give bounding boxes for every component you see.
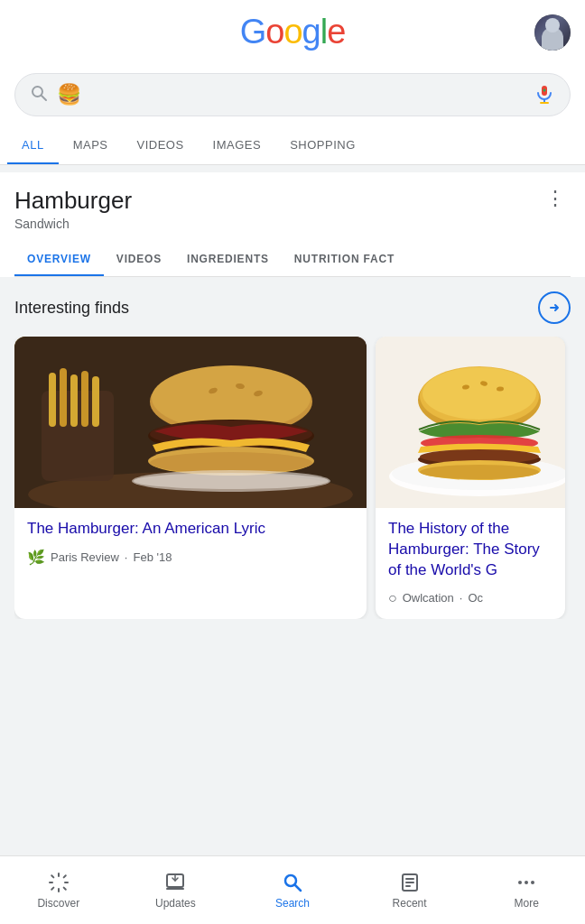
- kp-tab-overview[interactable]: OVERVIEW: [14, 244, 104, 277]
- card-2-source-icon: ○: [388, 590, 397, 606]
- interesting-finds-arrow-button[interactable]: [538, 291, 571, 324]
- cards-row: The Hamburger: An American Lyric 🌿 Paris…: [14, 337, 571, 619]
- card-1-image: [14, 337, 367, 508]
- interesting-finds-title: Interesting finds: [14, 299, 129, 318]
- svg-line-44: [63, 887, 65, 889]
- search-bar[interactable]: 🍔: [14, 73, 571, 116]
- nav-label-more: More: [515, 897, 539, 910]
- tab-images[interactable]: IMAGES: [199, 127, 276, 165]
- svg-point-24: [134, 473, 329, 489]
- header: Google: [0, 0, 585, 64]
- filter-tabs: ALL MAPS VIDEOS IMAGES SHOPPING: [0, 127, 585, 165]
- svg-line-45: [63, 875, 65, 877]
- card-2-separator: ·: [460, 591, 463, 605]
- more-icon: [515, 872, 537, 893]
- card-2-content: The History of the Hamburger: The Story …: [376, 508, 565, 619]
- svg-point-5: [543, 89, 546, 92]
- nav-item-updates[interactable]: Updates: [117, 856, 235, 924]
- card-1-content: The Hamburger: An American Lyric 🌿 Paris…: [14, 508, 367, 578]
- interesting-finds-header: Interesting finds: [14, 291, 571, 324]
- card-2-title[interactable]: The History of the Hamburger: The Story …: [388, 519, 552, 581]
- kp-tabs: OVERVIEW VIDEOS INGREDIENTS NUTRITION FA…: [14, 244, 571, 277]
- svg-line-1: [42, 96, 46, 100]
- svg-line-46: [51, 887, 53, 889]
- kp-tab-nutrition[interactable]: NUTRITION FACT: [282, 244, 407, 277]
- tab-maps[interactable]: MAPS: [59, 127, 123, 165]
- nav-label-search: Search: [275, 897, 310, 910]
- tab-all[interactable]: ALL: [7, 127, 59, 165]
- nav-item-discover[interactable]: Discover: [0, 856, 117, 924]
- tab-videos[interactable]: VIDEOS: [122, 127, 198, 165]
- avatar[interactable]: [534, 14, 571, 51]
- card-2[interactable]: The History of the Hamburger: The Story …: [376, 337, 565, 619]
- discover-icon: [48, 872, 70, 893]
- svg-rect-55: [405, 885, 411, 887]
- card-1[interactable]: The Hamburger: An American Lyric 🌿 Paris…: [14, 337, 367, 619]
- svg-rect-9: [49, 373, 56, 427]
- knowledge-panel: Hamburger Sandwich ⋮ OVERVIEW VIDEOS ING…: [0, 172, 585, 277]
- kp-more-button[interactable]: ⋮: [540, 187, 571, 210]
- svg-point-56: [518, 881, 522, 884]
- kp-tab-videos[interactable]: VIDEOS: [104, 244, 174, 277]
- nav-label-updates: Updates: [155, 897, 196, 910]
- svg-point-58: [531, 881, 534, 884]
- nav-label-recent: Recent: [393, 897, 427, 910]
- nav-item-more[interactable]: More: [468, 856, 585, 924]
- search-bar-container: 🍔: [0, 64, 585, 127]
- svg-rect-12: [81, 371, 88, 427]
- interesting-finds-section: Interesting finds: [0, 277, 585, 626]
- card-2-source: ○ Owlcation · Oc: [388, 590, 552, 606]
- svg-point-57: [525, 881, 528, 884]
- card-2-source-name: Owlcation: [403, 591, 454, 605]
- updates-icon: [164, 872, 186, 893]
- bottom-nav: Discover Updates Search Recent: [0, 855, 585, 924]
- card-2-date: Oc: [468, 591, 483, 605]
- nav-item-search[interactable]: Search: [234, 856, 351, 924]
- search-icon: [30, 84, 48, 106]
- card-1-source: 🌿 Paris Review · Feb '18: [27, 549, 354, 566]
- svg-line-51: [295, 885, 301, 891]
- svg-rect-10: [60, 368, 67, 427]
- card-1-source-name: Paris Review: [51, 550, 119, 564]
- google-logo: Google: [240, 13, 346, 51]
- tab-shopping[interactable]: SHOPPING: [275, 127, 370, 165]
- svg-rect-13: [92, 376, 99, 427]
- card-1-title[interactable]: The Hamburger: An American Lyric: [27, 519, 354, 540]
- search-nav-icon: [282, 872, 303, 893]
- kp-tab-ingredients[interactable]: INGREDIENTS: [174, 244, 282, 277]
- card-2-image: [376, 337, 565, 508]
- recent-icon: [399, 872, 421, 893]
- svg-point-30: [422, 367, 536, 420]
- mic-icon[interactable]: [534, 84, 555, 106]
- card-1-date: Feb '18: [133, 550, 172, 564]
- nav-label-discover: Discover: [37, 897, 79, 910]
- search-query-emoji: 🍔: [57, 83, 81, 106]
- svg-point-38: [420, 465, 539, 479]
- svg-rect-53: [405, 878, 414, 880]
- kp-title: Hamburger: [14, 187, 132, 215]
- svg-line-43: [51, 875, 53, 877]
- kp-subtitle: Sandwich: [14, 217, 132, 231]
- card-1-source-icon: 🌿: [27, 549, 45, 566]
- nav-item-recent[interactable]: Recent: [351, 856, 469, 924]
- card-1-separator: ·: [125, 550, 128, 564]
- svg-rect-11: [70, 374, 78, 427]
- svg-rect-54: [405, 882, 414, 883]
